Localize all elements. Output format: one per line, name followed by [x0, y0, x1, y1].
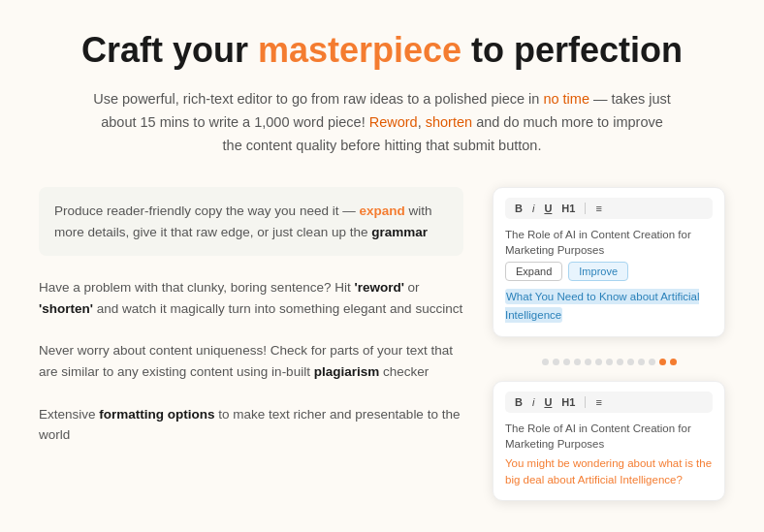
feature-plagiarism-text2: checker	[379, 364, 429, 379]
feature-plagiarism: Never worry about content uniqueness! Ch…	[39, 340, 463, 382]
dot-6	[595, 359, 602, 365]
keyword-grammar: grammar	[371, 225, 428, 239]
toolbar-underline-1[interactable]: U	[542, 202, 554, 215]
feature-formatting: Extensive formatting options to make tex…	[39, 404, 463, 446]
hero-title: Craft your masterpiece to perfection	[39, 29, 725, 71]
toolbar-h1-2[interactable]: H1	[559, 395, 577, 409]
toolbar-bold-2[interactable]: B	[513, 395, 525, 409]
right-column: B i U H1 ≡ The Role of AI in Content Cre…	[493, 187, 725, 501]
title-suffix: to perfection	[462, 30, 683, 70]
dot-12-active	[659, 359, 666, 365]
toolbar-divider-2	[585, 396, 586, 408]
feature-reword: Have a problem with that clunky, boring …	[39, 277, 463, 319]
title-accent: masterpiece	[258, 30, 462, 70]
page-wrapper: Craft your masterpiece to perfection Use…	[0, 0, 764, 530]
feature-reword-text1: Have a problem with that clunky, boring …	[39, 280, 354, 295]
toolbar-underline-2[interactable]: U	[542, 395, 554, 409]
title-prefix: Craft your	[81, 30, 258, 70]
editor-card-2-body: You might be wondering about what is the…	[505, 455, 713, 489]
toolbar-italic-2[interactable]: i	[530, 395, 536, 409]
editor-highlighted-text: What You Need to Know about Artificial I…	[505, 289, 699, 323]
editor-toolbar-2: B i U H1 ≡	[505, 391, 713, 413]
feature-reword-text2: or	[404, 280, 420, 295]
dot-2	[553, 359, 559, 365]
highlighted-text-block: What You Need to Know about Artificial I…	[505, 287, 713, 325]
toolbar-divider-1	[585, 203, 586, 214]
dot-5	[585, 359, 591, 365]
hero-subtitle: Use powerful, rich-text editor to go fro…	[91, 88, 673, 158]
feature-expand: Produce reader-friendly copy the way you…	[39, 187, 463, 256]
dot-13-active	[670, 359, 677, 365]
feature-reword-text3: and watch it magically turn into somethi…	[93, 301, 462, 316]
dot-3	[563, 359, 570, 365]
expand-improve-row: Expand Improve	[505, 262, 713, 281]
toolbar-list-2[interactable]: ≡	[593, 395, 603, 409]
feature-expand-text-before: Produce reader-friendly copy the way you…	[54, 203, 359, 218]
improve-button[interactable]: Improve	[568, 262, 628, 281]
dot-4	[574, 359, 581, 365]
highlight-notime: no time	[543, 91, 589, 107]
toolbar-italic-1[interactable]: i	[530, 202, 536, 215]
editor-card-1: B i U H1 ≡ The Role of AI in Content Cre…	[493, 187, 725, 337]
keyword-expand: expand	[359, 203, 404, 218]
dot-9	[627, 359, 634, 365]
editor-card-2-title: The Role of AI in Content Creation for M…	[505, 421, 713, 452]
editor-card-1-title: The Role of AI in Content Creation for M…	[505, 227, 713, 258]
toolbar-list-1[interactable]: ≡	[593, 202, 603, 215]
toolbar-h1-1[interactable]: H1	[559, 202, 577, 215]
dot-7	[606, 359, 613, 365]
keyword-plagiarism: plagiarism	[314, 364, 380, 379]
highlight-shorten: shorten	[426, 114, 472, 130]
editor-card-2: B i U H1 ≡ The Role of AI in Content Cre…	[493, 381, 725, 502]
left-column: Produce reader-friendly copy the way you…	[39, 187, 463, 446]
toolbar-bold-1[interactable]: B	[513, 202, 525, 215]
content-area: Produce reader-friendly copy the way you…	[39, 187, 725, 501]
dot-10	[638, 359, 645, 365]
keyword-reword: 'reword'	[354, 280, 403, 295]
highlight-reword: Reword	[369, 114, 418, 130]
dot-11	[649, 359, 655, 365]
editor-toolbar-1: B i U H1 ≡	[505, 198, 713, 219]
keyword-shorten: 'shorten'	[39, 301, 93, 316]
dot-8	[617, 359, 623, 365]
keyword-formatting: formatting options	[99, 407, 214, 422]
dot-1	[542, 359, 549, 365]
pagination-dots	[493, 359, 725, 365]
expand-button[interactable]: Expand	[505, 262, 562, 281]
feature-formatting-text1: Extensive	[39, 407, 99, 422]
